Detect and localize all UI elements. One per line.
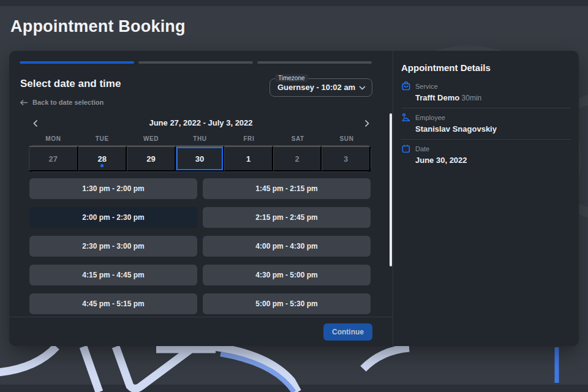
detail-label: Service [415, 83, 438, 90]
detail-value-suffix: 30min [459, 94, 481, 102]
date-number: 30 [195, 154, 204, 164]
weekday-label: TUE [78, 135, 127, 142]
time-slot[interactable]: 4:30 pm - 5:00 pm [203, 265, 371, 285]
time-slot[interactable]: 5:00 pm - 5:30 pm [203, 293, 371, 314]
top-strip [0, 0, 588, 6]
date-number: 1 [246, 154, 251, 164]
next-week-button[interactable] [361, 117, 373, 129]
date-cell-1[interactable]: 1 [224, 146, 273, 172]
time-slot[interactable]: 2:15 pm - 2:45 pm [203, 207, 371, 228]
date-number: 2 [295, 154, 300, 164]
step-heading: Select date and time [20, 78, 121, 90]
date-strip: 27282930123 [29, 145, 371, 172]
time-slot[interactable]: 1:30 pm - 2:00 pm [29, 178, 197, 199]
date-cell-30[interactable]: 30 [176, 146, 225, 172]
calendar-icon [401, 144, 410, 153]
available-dot [100, 164, 104, 167]
time-slot[interactable]: 2:00 pm - 2:30 pm [29, 207, 197, 228]
date-number: 28 [98, 154, 107, 164]
detail-value: Stanislav Snagovskiy [415, 124, 497, 134]
chevron-down-icon [359, 86, 366, 90]
timezone-value: Guernsey - 10:02 am [277, 79, 355, 96]
page-title: Appointment Booking [10, 17, 186, 36]
date-cell-27[interactable]: 27 [29, 146, 78, 172]
detail-label: Date [415, 145, 429, 153]
weekday-label: FRI [224, 135, 273, 142]
chevron-right-icon [364, 119, 369, 127]
bottom-strip [0, 385, 588, 392]
booking-modal: Select date and time Back to date select… [9, 51, 579, 346]
date-cell-3[interactable]: 3 [322, 146, 371, 172]
details-heading: Appointment Details [401, 62, 491, 73]
progress-step-1 [20, 61, 134, 64]
detail-value: June 30, 2022 [415, 156, 467, 165]
detail-divider [401, 108, 571, 108]
scrollbar-thumb[interactable] [390, 113, 392, 266]
continue-button[interactable]: Continue [323, 323, 372, 341]
time-slot[interactable]: 1:45 pm - 2:15 pm [203, 178, 371, 199]
booking-step-panel: Select date and time Back to date select… [9, 51, 393, 346]
detail-label: Employee [415, 114, 445, 121]
weekday-label: MON [29, 135, 78, 142]
date-number: 3 [344, 154, 348, 164]
date-cell-28[interactable]: 28 [78, 146, 127, 172]
date-number: 29 [146, 154, 155, 164]
progress-step-2 [138, 61, 253, 64]
weekday-label: WED [127, 135, 176, 142]
appointment-details-panel: Appointment Details ServiceTrafft Demo 3… [393, 51, 579, 346]
detail-value: Trafft Demo 30min [415, 93, 481, 102]
back-arrow-icon [20, 99, 28, 106]
time-slot[interactable]: 2:30 pm - 3:00 pm [29, 236, 197, 257]
time-slot[interactable]: 4:45 pm - 5:15 pm [29, 293, 197, 314]
weekday-label: SUN [322, 135, 371, 142]
progress-bar [20, 61, 372, 64]
weekday-label: THU [176, 135, 225, 142]
progress-step-3 [257, 61, 372, 64]
week-range-label: June 27, 2022 - July 3, 2022 [9, 118, 393, 127]
time-slot[interactable]: 4:00 pm - 4:30 pm [203, 236, 371, 257]
date-cell-29[interactable]: 29 [127, 146, 176, 172]
date-cell-2[interactable]: 2 [273, 146, 322, 172]
employee-icon [401, 113, 410, 122]
back-link-label: Back to date selection [32, 99, 104, 106]
detail-divider [401, 139, 571, 140]
weekday-label: SAT [273, 135, 322, 142]
time-slot[interactable]: 4:15 pm - 4:45 pm [29, 265, 197, 285]
footer-divider [9, 317, 393, 317]
date-number: 27 [49, 154, 58, 164]
back-to-date-selection-link[interactable]: Back to date selection [20, 99, 104, 106]
service-icon [401, 81, 410, 91]
timezone-select[interactable]: Timezone Guernsey - 10:02 am [270, 78, 372, 97]
weekday-header-row: MONTUEWEDTHUFRISATSUN [29, 135, 371, 142]
time-slot-grid: 1:30 pm - 2:00 pm1:45 pm - 2:15 pm2:00 p… [29, 178, 371, 314]
